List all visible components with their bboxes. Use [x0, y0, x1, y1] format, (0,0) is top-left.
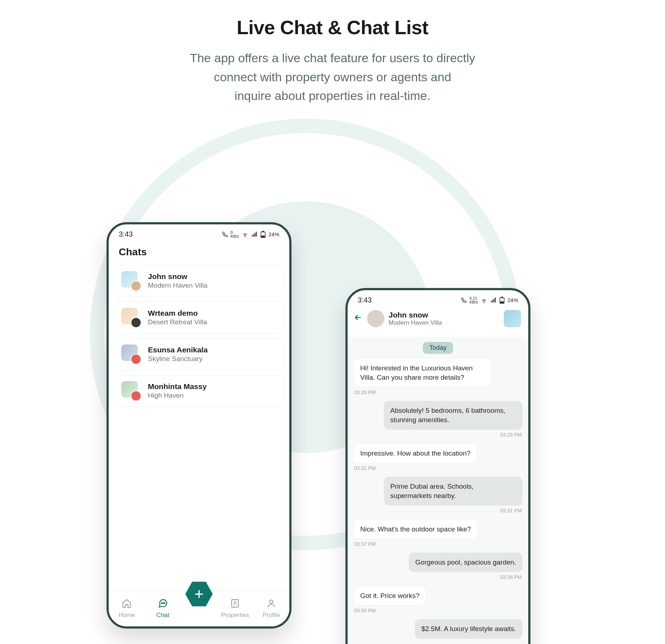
desc-line: inquire about properties in real-time.	[235, 89, 430, 102]
chat-subtitle: High Haven	[148, 392, 207, 399]
page-title: Live Chat & Chat List	[0, 16, 665, 38]
svg-rect-20	[501, 302, 503, 303]
chat-subtitle: Desert Retreat Villa	[148, 318, 207, 326]
nav-label: Profile	[263, 612, 280, 619]
message-received[interactable]: Nice. What's the outdoor space like?	[353, 519, 478, 539]
message-row: Gorgeous pool, spacious garden. 03:38 PM	[353, 553, 522, 584]
nav-properties[interactable]: Properties	[221, 598, 249, 619]
phone-chat-list: 3:43 0KB/s 24% Chats	[107, 222, 291, 629]
chat-icon	[158, 598, 168, 610]
chat-subtitle: Skyline Sanctuary	[148, 355, 208, 363]
bottom-nav: Home Chat . Properties Profile	[109, 590, 289, 626]
properties-icon	[230, 598, 240, 610]
message-received[interactable]: Got it. Price works?	[353, 586, 426, 606]
message-sent[interactable]: Gorgeous pool, spacious garden.	[409, 553, 522, 572]
message-sent[interactable]: $2.5M. A luxury lifestyle awaits.	[415, 619, 522, 639]
svg-rect-7	[262, 236, 264, 237]
screen-title: Chats	[109, 241, 289, 265]
message-row: Got it. Price works? 03:39 PM	[353, 586, 522, 617]
message-time: 03:29 PM	[500, 432, 522, 438]
chat-name: Esunsa Aenikala	[148, 346, 208, 354]
message-received[interactable]: Hi! Interested in the Luxurious Haven Vi…	[353, 358, 492, 387]
phone-conversation: 3:43 6.11KB/s 24%	[345, 288, 530, 644]
nav-chat[interactable]: Chat	[149, 598, 177, 619]
page-description: The app offers a live chat feature for u…	[0, 49, 665, 105]
battery-icon	[499, 297, 505, 304]
chat-subtitle: Modern Haven Villa	[148, 282, 207, 289]
nav-label: Chat	[157, 612, 169, 619]
nav-label: Properties	[221, 612, 249, 619]
message-time: 03:31 PM	[354, 465, 376, 471]
svg-rect-17	[495, 297, 496, 302]
avatar	[121, 271, 141, 291]
chat-list-item[interactable]: Wrteam demo Desert Retreat Villa	[114, 302, 284, 333]
home-icon	[122, 598, 132, 610]
plus-icon: +	[194, 585, 204, 603]
back-button[interactable]	[353, 313, 363, 325]
wifi-icon	[481, 297, 487, 303]
message-row: Absolutely! 5 bedrooms, 6 bathrooms, stu…	[353, 401, 522, 441]
message-sent[interactable]: Absolutely! 5 bedrooms, 6 bathrooms, stu…	[384, 401, 522, 429]
avatar	[121, 381, 141, 401]
svg-point-10	[164, 603, 165, 603]
fab-add-button[interactable]: +	[185, 580, 213, 608]
avatar	[121, 344, 141, 364]
property-thumbnail[interactable]	[504, 310, 521, 327]
signal-icon	[251, 231, 258, 238]
nav-home[interactable]: Home	[112, 598, 141, 619]
call-icon	[461, 297, 467, 303]
svg-point-9	[163, 603, 163, 603]
desc-line: The app offers a live chat feature for u…	[190, 51, 475, 65]
svg-rect-3	[255, 233, 255, 237]
message-row: Impressive. How about the location? 03:3…	[353, 443, 522, 475]
svg-rect-19	[501, 297, 503, 298]
conversation-subtitle: Modern Haven Villa	[389, 319, 442, 326]
svg-rect-2	[253, 234, 254, 237]
message-time: 03:28 PM	[354, 389, 376, 395]
message-time: 03:37 PM	[354, 541, 376, 547]
status-time: 3:43	[119, 230, 133, 238]
profile-icon	[266, 598, 276, 610]
svg-rect-6	[262, 231, 264, 232]
message-row: Prime Dubai area. Schools, supermarkets …	[353, 477, 522, 517]
avatar	[121, 308, 141, 327]
chat-name: John snow	[148, 272, 207, 281]
svg-rect-14	[491, 301, 492, 302]
message-time: 03:38 PM	[500, 574, 522, 580]
message-sent[interactable]: Prime Dubai area. Schools, supermarkets …	[384, 477, 522, 505]
message-row: $2.5M. A luxury lifestyle awaits.	[353, 619, 522, 639]
svg-point-13	[484, 302, 484, 303]
conversation-body[interactable]: Today Hi! Interested in the Luxurious Ha…	[348, 337, 528, 644]
arrow-left-icon	[353, 313, 363, 322]
network-speed: 6.11KB/s	[470, 296, 478, 304]
chat-list: John snow Modern Haven Villa Wrteam demo…	[109, 265, 289, 407]
call-icon	[222, 232, 228, 237]
svg-point-8	[161, 603, 162, 603]
message-row: Nice. What's the outdoor space like? 03:…	[353, 519, 522, 551]
signal-icon	[490, 297, 497, 303]
status-bar: 3:43 6.11KB/s 24%	[348, 290, 528, 307]
nav-label: Home	[119, 612, 135, 619]
message-time: 03:39 PM	[354, 608, 376, 613]
nav-profile[interactable]: Profile	[257, 598, 286, 619]
conversation-name: John snow	[389, 311, 442, 319]
chat-list-item[interactable]: Esunsa Aenikala Skyline Sanctuary	[114, 338, 284, 370]
wifi-icon	[242, 231, 248, 238]
svg-point-12	[270, 600, 273, 603]
chat-list-item[interactable]: John snow Modern Haven Villa	[114, 265, 284, 297]
message-row: Hi! Interested in the Luxurious Haven Vi…	[353, 358, 522, 399]
svg-rect-16	[494, 298, 494, 302]
chat-list-item[interactable]: Monhinta Massy High Haven	[114, 375, 284, 407]
message-time: 03:31 PM	[500, 508, 522, 513]
conversation-header: John snow Modern Haven Villa	[348, 307, 528, 332]
svg-rect-15	[492, 300, 493, 302]
day-chip: Today	[423, 342, 453, 354]
message-received[interactable]: Impressive. How about the location?	[353, 443, 477, 463]
desc-line: connect with property owners or agents a…	[214, 70, 451, 84]
user-avatar[interactable]	[367, 310, 384, 327]
battery-percent: 24%	[507, 297, 518, 303]
network-speed: 0KB/s	[231, 230, 239, 238]
battery-percent: 24%	[268, 231, 279, 237]
svg-rect-1	[252, 235, 253, 237]
svg-point-0	[245, 236, 245, 237]
